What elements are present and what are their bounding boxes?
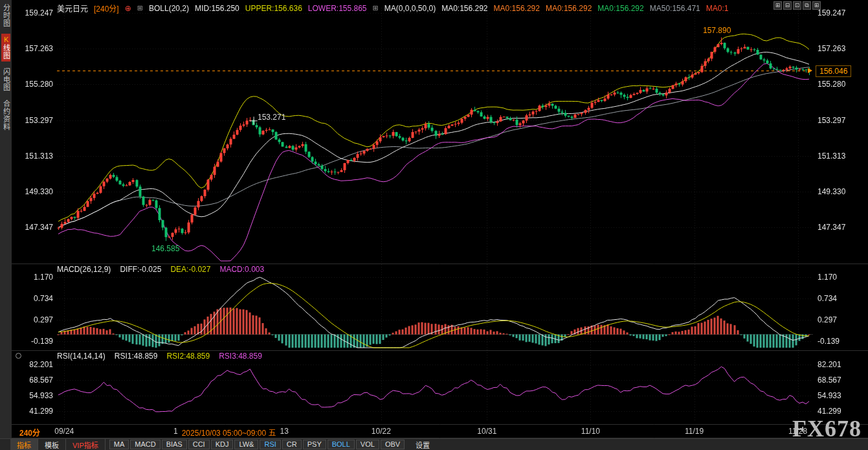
trading-terminal: 分时图K线图闪电图合约资料 美元日元 [240分] ⊕ ⊞ BOLL(20,2)…: [0, 0, 868, 450]
last-price-tag: 156.046: [816, 65, 851, 77]
price-axis-label-left: 157.263: [17, 44, 53, 53]
price-axis-label-right: 147.347: [818, 223, 854, 232]
rsi-legend: RSI(14,14,14) RSI1:48.859 RSI2:48.859 RS…: [57, 352, 262, 361]
ma-values: MA0:156.292MA0:156.292MA0:156.292MA0:156…: [441, 4, 728, 13]
toolbar-item-OBV[interactable]: OBV: [381, 440, 405, 449]
sidebar-item-2[interactable]: K线图: [1, 34, 10, 62]
cursor-datetime: 2025/10/03 05:00~09:00 五: [182, 427, 276, 438]
rsi3-value: RSI3:48.859: [219, 352, 262, 361]
toolbar-item-CCI[interactable]: CCI: [188, 440, 210, 449]
macd-dea-value: DEA:-0.027: [170, 265, 210, 274]
toolbar-item-CR[interactable]: CR: [282, 440, 302, 449]
sidebar-item-3[interactable]: 闪电图: [1, 66, 10, 93]
macd-axis-label-right: -0.139: [818, 337, 854, 346]
date-label-11/19: 11/19: [680, 427, 709, 436]
toolbar-item-MACD[interactable]: MACD: [130, 440, 160, 449]
date-label-09/24: 09/24: [50, 427, 78, 436]
layout-icon-4[interactable]: ⧉: [803, 1, 811, 10]
price-axis-label-left: 149.330: [17, 187, 53, 196]
macd-diff-value: DIFF:-0.025: [120, 265, 161, 274]
toolbar-item-KDJ[interactable]: KDJ: [211, 440, 234, 449]
layout-icon-3[interactable]: ⊡: [793, 1, 801, 10]
macd-axis-label-left: -0.139: [17, 337, 53, 346]
layout-icon-2[interactable]: ⊟: [783, 1, 792, 10]
layout-icon-5[interactable]: ⊞: [812, 1, 821, 10]
toolbar-item-模板[interactable]: 模板: [38, 439, 66, 450]
price-axis-label-right: 151.313: [818, 152, 854, 161]
price-axis-label-left: 153.297: [17, 116, 53, 125]
annotation-high-price: 157.890: [703, 26, 731, 35]
macd-macd-value: MACD:0.003: [219, 265, 264, 274]
toolbar-item-MA[interactable]: MA: [109, 440, 129, 449]
rsi-collapse-icon[interactable]: [16, 353, 21, 359]
price-axis-label-right: 155.280: [818, 80, 854, 89]
toolbar-item-PSY[interactable]: PSY: [303, 440, 326, 449]
toolbar-item-BIAS[interactable]: BIAS: [162, 440, 187, 449]
chart-legend: 美元日元 [240分] ⊕ ⊞ BOLL(20,2) MID:156.250 U…: [57, 3, 777, 14]
toolbar-item-BOLL[interactable]: BOLL: [328, 440, 355, 449]
rsi-axis-label-left: 41.299: [17, 407, 53, 416]
toolbar-item-LW&[interactable]: LW&: [234, 440, 258, 449]
rsi-axis-label-right: 41.299: [818, 407, 854, 416]
macd-axis-label-right: 0.297: [818, 315, 854, 324]
sidebar-item-rest: 线图: [3, 44, 10, 60]
indicator-toolbar: 指标模板VIP指标MAMACDBIASCCIKDJLW&RSICRPSYBOLL…: [0, 438, 868, 450]
expand-icon[interactable]: ⊕: [125, 4, 131, 13]
rsi-axis-label-right: 68.567: [818, 376, 854, 385]
macd-axis-label-left: 0.734: [17, 294, 53, 303]
chart-canvas[interactable]: [0, 0, 868, 450]
time-axis: 240分 1 2025/10/03 05:00~09:00 五 13 09/24…: [0, 427, 868, 438]
macd-legend: MACD(26,12,9) DIFF:-0.025 DEA:-0.027 MAC…: [57, 265, 264, 274]
rsi1-value: RSI1:48.859: [115, 352, 158, 361]
price-axis-label-left: 155.280: [17, 80, 53, 89]
price-axis-label-right: 157.263: [818, 44, 854, 53]
toolbar-item-RSI[interactable]: RSI: [260, 440, 280, 449]
ma-value-6: MA0:1: [706, 4, 729, 13]
sidebar-item-letter: K: [3, 36, 10, 44]
price-axis-label-right: 153.297: [818, 116, 854, 125]
price-axis-label-left: 159.247: [17, 8, 53, 17]
price-axis-label-right: 159.247: [818, 8, 854, 17]
macd-title: MACD(26,12,9): [57, 265, 111, 274]
left-sidebar: 分时图K线图闪电图合约资料: [0, 0, 12, 438]
boll-mid-value: MID:156.250: [195, 4, 239, 13]
rsi-axis-label-left: 82.201: [17, 360, 53, 369]
macd-axis-label-left: 1.170: [17, 273, 53, 282]
rsi-title: RSI(14,14,14): [57, 352, 106, 361]
ma-value-5: MA50:156.471: [650, 4, 700, 13]
macd-axis-label-right: 0.734: [818, 294, 854, 303]
annotation-crosshair-price: 153.271: [258, 113, 285, 122]
date-label-11/10: 11/10: [576, 427, 605, 436]
symbol-name: 美元日元: [57, 3, 88, 14]
boll-upper-value: UPPER:156.636: [245, 4, 302, 13]
date-label-10/31: 10/31: [473, 427, 501, 436]
ma-name: MA(0,0,0,50,0): [384, 4, 436, 13]
annotation-low-price: 146.585: [151, 244, 179, 253]
price-axis-label-right: 149.330: [818, 187, 854, 196]
toolbar-item-设置[interactable]: 设置: [410, 439, 435, 450]
rsi-axis-label-left: 54.933: [17, 391, 53, 400]
boll-lower-value: LOWER:155.865: [308, 4, 367, 13]
macd-axis-label-right: 1.170: [818, 273, 854, 282]
toolbar-item-指标[interactable]: 指标: [10, 439, 38, 450]
sidebar-item-4[interactable]: 合约资料: [1, 98, 10, 133]
rsi2-value: RSI2:48.859: [166, 352, 210, 361]
macd-axis-label-left: 0.297: [17, 315, 53, 324]
toolbar-item-VOL[interactable]: VOL: [356, 440, 379, 449]
price-axis-label-left: 151.313: [17, 152, 53, 161]
sidebar-item-1[interactable]: 分时图: [1, 2, 10, 29]
rsi-axis-label-right: 54.933: [818, 391, 854, 400]
boll-name: BOLL(20,2): [149, 4, 189, 13]
ma-indicator-icon: ⊞: [373, 4, 379, 12]
ma-value-2: MA0:156.292: [494, 4, 540, 13]
period-badge[interactable]: 240分: [19, 427, 40, 438]
window-controls: ⊞⊟⊡⧉⊞: [773, 1, 821, 10]
toolbar-item-VIP指标[interactable]: VIP指标: [66, 439, 106, 450]
price-axis-label-left: 147.347: [17, 223, 53, 232]
boll-indicator-icon: ⊞: [137, 4, 143, 12]
period-label: [240分]: [94, 3, 119, 14]
latest-price-arrow[interactable]: [808, 68, 812, 73]
layout-icon-1[interactable]: ⊞: [773, 1, 782, 10]
ma-value-1: MA0:156.292: [441, 4, 487, 13]
rsi-axis-label-left: 68.567: [17, 376, 53, 385]
